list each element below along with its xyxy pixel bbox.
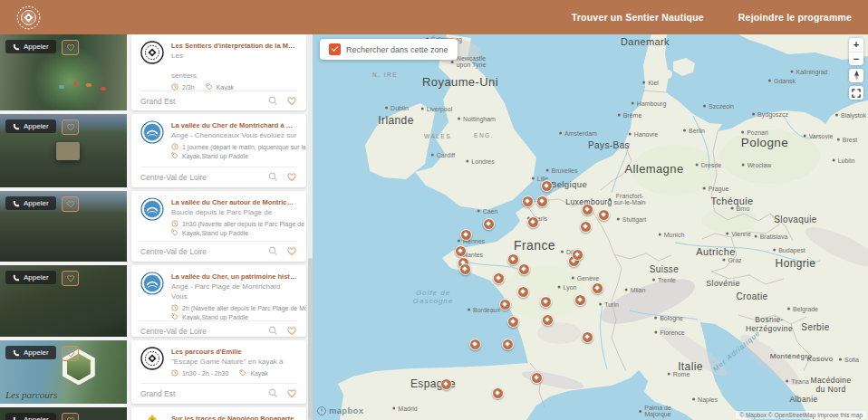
nav-link[interactable]: Trouver un Sentier Nautique: [572, 12, 704, 23]
search-this-zone-control[interactable]: Rechercher dans cette zone: [320, 39, 458, 60]
map-controls: + −: [849, 38, 863, 100]
locate-on-map-icon[interactable]: [268, 246, 278, 256]
trail-map-marker[interactable]: [582, 331, 593, 343]
clock-icon: [171, 143, 178, 150]
sentiers-nautiques-logo[interactable]: [16, 5, 41, 30]
operator-logo-yellow: [140, 414, 164, 420]
trail-photo[interactable]: Appeler: [0, 191, 127, 262]
favorite-heart-icon[interactable]: [286, 96, 297, 106]
call-button[interactable]: Appeler: [5, 40, 56, 53]
trail-map-marker[interactable]: [541, 180, 553, 192]
trail-photo[interactable]: Appeler: [0, 34, 127, 110]
trail-map-marker[interactable]: [507, 253, 519, 265]
trail-activities: Kayak,Stand up Paddle: [171, 152, 248, 159]
trail-result-row: Les parcours Appeler: [0, 340, 306, 404]
compass-needle-icon: [853, 71, 861, 81]
trail-photo[interactable]: Appeler: [0, 407, 127, 420]
trail-card[interactable]: Les parcours d'Emilie "Escape Game Natur…: [131, 340, 306, 404]
mapbox-logo[interactable]: mapbox: [317, 406, 363, 415]
trail-map-marker[interactable]: [592, 282, 603, 294]
favorite-photo-button[interactable]: [62, 40, 79, 55]
clock-icon: [171, 369, 178, 377]
map[interactable]: DanemarkRoyaume-UniIrlandePays-BasBelgiq…: [313, 34, 868, 420]
trail-map-marker[interactable]: [522, 196, 534, 207]
tag-icon: [171, 229, 178, 236]
trail-map-marker[interactable]: [459, 263, 471, 275]
thumb-caption: Les parcours: [5, 389, 57, 400]
trail-map-marker[interactable]: [572, 249, 583, 261]
mapbox-icon: [317, 406, 326, 415]
trail-map-marker[interactable]: [455, 245, 467, 257]
locate-on-map-icon[interactable]: [268, 96, 278, 106]
trail-map-marker[interactable]: [540, 296, 552, 308]
trail-card[interactable]: La vallée du Cher, un patrimoine histori…: [131, 265, 306, 337]
call-button[interactable]: Appeler: [5, 413, 56, 420]
trail-activities: Kayak,Stand up Paddle: [171, 313, 248, 320]
favorite-heart-icon[interactable]: [286, 326, 297, 336]
trail-map-marker[interactable]: [531, 372, 543, 384]
map-attribution[interactable]: © Mapbox © OpenStreetMap Improve this ma…: [736, 411, 866, 419]
trail-map-marker[interactable]: [574, 294, 586, 306]
locate-on-map-icon[interactable]: [268, 326, 278, 336]
favorite-photo-button[interactable]: [62, 271, 79, 286]
trail-description: Angé - Chenonceaux Vous évoluez sur: [171, 130, 297, 140]
nav-link[interactable]: Rejoindre le programme: [738, 12, 852, 23]
trail-activities: Kayak,Stand up Paddle: [171, 229, 248, 236]
trail-map-marker[interactable]: [507, 316, 519, 328]
trail-description: Angé - Parc Plage de Montrichard Vous: [171, 282, 297, 301]
call-button[interactable]: Appeler: [5, 271, 56, 284]
trail-map-marker[interactable]: [440, 378, 452, 390]
tag-icon: [171, 152, 178, 159]
trail-map-marker[interactable]: [517, 286, 529, 298]
favorite-photo-button[interactable]: [62, 346, 79, 361]
trail-map-marker[interactable]: [502, 339, 514, 350]
trail-map-marker[interactable]: [582, 204, 593, 215]
trail-map-marker[interactable]: [542, 314, 554, 326]
trail-map-marker[interactable]: [518, 263, 530, 275]
heart-icon: [66, 43, 75, 52]
zoom-out-button[interactable]: −: [849, 52, 863, 65]
trail-result-row: Appeler: [0, 265, 306, 337]
trail-map-marker[interactable]: [598, 209, 610, 221]
call-button[interactable]: Appeler: [5, 346, 56, 359]
favorite-photo-button[interactable]: [62, 196, 79, 212]
favorite-photo-button[interactable]: [62, 119, 79, 135]
favorite-photo-button[interactable]: [62, 413, 79, 420]
trail-photo[interactable]: Appeler: [0, 114, 127, 187]
operator-logo-blue: [140, 272, 164, 295]
search-zone-checkbox[interactable]: [329, 43, 341, 55]
trail-photo[interactable]: Appeler: [0, 265, 127, 337]
trail-map-marker[interactable]: [527, 216, 539, 228]
trail-photo[interactable]: Les parcours Appeler: [0, 340, 127, 404]
trail-map-marker[interactable]: [469, 339, 481, 350]
favorite-heart-icon[interactable]: [286, 246, 297, 256]
trail-region: Grand Est: [140, 97, 175, 106]
trail-duration: 2h (Navette aller depuis le Parc Plage d…: [171, 304, 306, 311]
trail-card[interactable]: Les Sentiers d'interprétation de la Mose…: [131, 34, 306, 110]
heart-icon: [66, 274, 75, 282]
trail-map-marker[interactable]: [499, 299, 511, 310]
trail-map-marker[interactable]: [536, 196, 548, 207]
clock-icon: [171, 220, 178, 227]
trail-card[interactable]: La vallée du Cher autour de Montrichard,…: [131, 191, 306, 262]
trail-map-marker[interactable]: [460, 229, 472, 241]
favorite-heart-icon[interactable]: [286, 172, 297, 182]
locate-on-map-icon[interactable]: [268, 172, 278, 182]
compass-button[interactable]: [849, 69, 863, 82]
trail-map-marker[interactable]: [580, 221, 592, 233]
favorite-heart-icon[interactable]: [286, 388, 297, 398]
fullscreen-button[interactable]: [849, 86, 863, 100]
locate-on-map-icon[interactable]: [268, 388, 278, 398]
trail-map-marker[interactable]: [492, 387, 504, 399]
call-button[interactable]: Appeler: [5, 196, 56, 210]
call-button[interactable]: Appeler: [5, 119, 56, 133]
operator-logo-blue: [140, 197, 164, 221]
clock-icon: [171, 304, 178, 311]
trail-region: Centre-Val de Loire: [140, 247, 207, 256]
trail-card[interactable]: Sur les traces de Napoléon Bonaparte: [131, 407, 306, 420]
trail-map-marker[interactable]: [483, 218, 495, 230]
trail-duration: 1h30 - 2h - 2h30: [171, 369, 228, 377]
trail-map-marker[interactable]: [493, 272, 505, 284]
trail-card[interactable]: La vallée du Cher de Montrichard à Cheno…: [131, 114, 306, 187]
zoom-in-button[interactable]: +: [849, 38, 863, 52]
